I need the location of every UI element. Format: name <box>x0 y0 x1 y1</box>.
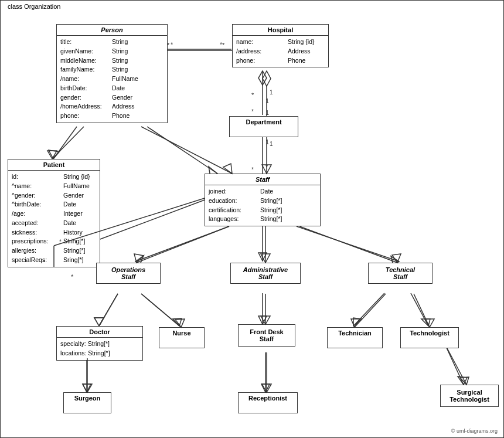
class-front-desk-staff: Front DeskStaff <box>238 324 295 347</box>
class-administrative-staff: AdministrativeStaff <box>230 263 301 284</box>
svg-line-39 <box>446 347 464 385</box>
svg-line-82 <box>447 348 466 385</box>
svg-line-31 <box>353 293 384 326</box>
svg-marker-22 <box>258 253 267 261</box>
svg-marker-46 <box>263 71 271 86</box>
class-operations-staff: OperationsStaff <box>96 263 161 284</box>
class-technician: Technician <box>327 327 383 348</box>
class-doctor: Doctor specialty: String[*] locations: S… <box>56 326 143 361</box>
svg-marker-32 <box>353 318 362 326</box>
class-technician-name: Technician <box>328 328 382 338</box>
svg-line-16 <box>98 200 205 240</box>
svg-line-19 <box>135 226 229 262</box>
svg-text:1: 1 <box>265 138 269 145</box>
class-receptionist: Receptionist <box>238 392 298 413</box>
class-patient-attrs: id:String {id} ^name:FullName ^gender:Ge… <box>8 171 100 267</box>
svg-line-66 <box>299 226 397 263</box>
svg-marker-40 <box>458 376 467 385</box>
svg-marker-12 <box>49 150 59 159</box>
svg-line-33 <box>411 293 428 326</box>
uml-diagram: class Organization * * 1 1 * 1 * * * <box>0 0 504 438</box>
class-technical-staff-name: TechnicalStaff <box>369 263 432 283</box>
svg-text:1: 1 <box>270 89 273 96</box>
svg-line-54 <box>52 127 84 159</box>
class-technical-staff: TechnicalStaff <box>368 263 433 284</box>
class-doctor-attrs: specialty: String[*] locations: String[*… <box>57 338 142 360</box>
class-doctor-name: Doctor <box>57 327 142 338</box>
svg-marker-77 <box>425 319 434 327</box>
class-technologist-name: Technologist <box>401 328 458 338</box>
class-person-name: Person <box>57 25 167 36</box>
svg-marker-81 <box>262 384 271 392</box>
svg-marker-38 <box>261 384 270 392</box>
class-operations-staff-name: OperationsStaff <box>97 263 160 283</box>
class-department: Department <box>229 116 298 137</box>
class-surgical-technologist-name: SurgicalTechnologist <box>441 385 498 406</box>
class-hospital-attrs: name:String {id} /address:Address phone:… <box>233 36 328 67</box>
class-receptionist-name: Receptionist <box>239 393 297 403</box>
svg-line-76 <box>414 294 430 327</box>
class-technologist: Technologist <box>400 327 459 348</box>
svg-line-68 <box>99 294 118 326</box>
svg-text:*: * <box>251 167 254 173</box>
svg-line-23 <box>297 226 399 262</box>
svg-line-62 <box>137 226 229 263</box>
svg-marker-4 <box>258 71 267 85</box>
class-front-desk-staff-name: Front DeskStaff <box>239 325 295 346</box>
copyright: © uml-diagrams.org <box>451 428 498 434</box>
svg-marker-79 <box>83 384 92 392</box>
svg-line-13 <box>147 127 217 174</box>
class-administrative-staff-name: AdministrativeStaff <box>231 263 300 283</box>
svg-marker-26 <box>94 318 104 326</box>
svg-text:*: * <box>251 91 254 99</box>
svg-marker-57 <box>223 164 232 174</box>
class-nurse: Nurse <box>159 327 205 348</box>
svg-marker-63 <box>134 254 144 263</box>
class-department-name: Department <box>230 117 298 127</box>
svg-text:*: * <box>71 273 74 280</box>
svg-marker-55 <box>47 151 57 159</box>
svg-text:*: * <box>171 41 173 48</box>
svg-line-70 <box>141 294 181 327</box>
svg-marker-28 <box>173 318 182 326</box>
class-surgeon-name: Surgeon <box>64 393 111 403</box>
svg-marker-73 <box>261 316 270 324</box>
svg-text:*: * <box>265 164 268 171</box>
class-surgeon: Surgeon <box>63 392 111 413</box>
diagram-title: class Organization <box>5 3 63 10</box>
svg-text:*: * <box>222 42 225 49</box>
class-nurse-name: Nurse <box>159 328 204 338</box>
class-hospital: Hospital name:String {id} /address:Addre… <box>232 24 329 67</box>
svg-marker-67 <box>392 254 401 263</box>
svg-line-25 <box>99 294 118 326</box>
svg-marker-75 <box>351 319 360 327</box>
svg-line-11 <box>53 127 77 159</box>
class-surgical-technologist: SurgicalTechnologist <box>440 385 499 407</box>
class-person-attrs: title:String givenName:String middleName… <box>57 36 167 123</box>
class-staff-attrs: joined:Date education:String[*] certific… <box>205 185 320 226</box>
svg-text:*: * <box>251 108 254 115</box>
class-patient: Patient id:String {id} ^name:FullName ^g… <box>8 159 100 267</box>
svg-marker-30 <box>258 316 267 324</box>
svg-marker-51 <box>262 165 271 174</box>
svg-marker-65 <box>261 254 270 263</box>
svg-marker-34 <box>421 319 430 326</box>
svg-marker-83 <box>460 377 469 385</box>
svg-line-74 <box>355 294 386 327</box>
class-patient-name: Patient <box>8 159 100 171</box>
svg-text:*: * <box>220 41 223 48</box>
svg-text:1: 1 <box>265 109 269 116</box>
class-staff-name: Staff <box>205 174 320 185</box>
svg-line-27 <box>141 294 179 326</box>
svg-text:1: 1 <box>265 97 269 104</box>
svg-marker-71 <box>175 319 185 327</box>
class-staff: Staff joined:Date education:String[*] ce… <box>205 174 321 226</box>
svg-marker-69 <box>94 318 104 326</box>
svg-line-56 <box>141 127 232 174</box>
svg-marker-36 <box>83 384 91 392</box>
class-hospital-name: Hospital <box>233 25 328 36</box>
class-person: Person title:String givenName:String mid… <box>56 24 168 123</box>
svg-text:1: 1 <box>270 141 273 147</box>
